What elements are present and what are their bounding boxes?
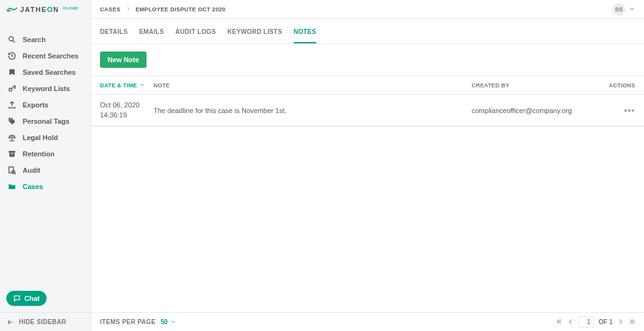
breadcrumb-root[interactable]: CASES — [100, 6, 121, 13]
tabs: DETAILS EMAILS AUDIT LOGS KEYWORD LISTS … — [91, 19, 644, 44]
pager: OF 1 — [556, 317, 635, 328]
bookmark-icon — [8, 68, 16, 77]
brand-logo-mark — [6, 5, 18, 14]
sidebar-item-label: Legal Hold — [23, 134, 58, 141]
svg-rect-6 — [11, 154, 13, 155]
hide-sidebar-label: HIDE SIDEBAR — [19, 318, 66, 325]
breadcrumb: CASES EMPLOYEE DISPUTE OCT 2020 — [100, 6, 226, 13]
table-header: DATE & TIME NOTE CREATED BY ACTIONS — [91, 76, 644, 95]
sidebar-item-label: Saved Searches — [23, 68, 75, 76]
archive-icon — [8, 149, 16, 158]
chat-button[interactable]: Chat — [6, 291, 47, 306]
col-header-date[interactable]: DATE & TIME — [100, 82, 153, 89]
svg-rect-5 — [9, 153, 14, 157]
chat-label: Chat — [25, 295, 40, 302]
svg-point-2 — [9, 88, 12, 91]
sidebar-item-label: Search — [23, 36, 46, 43]
tab-audit-logs[interactable]: AUDIT LOGS — [175, 19, 216, 43]
audit-icon — [8, 166, 16, 175]
folder-icon — [8, 182, 16, 191]
chevron-right-icon — [126, 6, 131, 13]
sidebar-item-exports[interactable]: Exports — [0, 97, 91, 113]
col-header-note: NOTE — [153, 82, 472, 89]
svg-point-0 — [9, 36, 13, 41]
chevron-down-icon — [170, 318, 175, 325]
pager-page-input[interactable] — [579, 317, 594, 328]
sidebar-item-label: Keyword Lists — [23, 85, 70, 92]
sidebar-item-label: Exports — [23, 101, 48, 109]
svg-point-3 — [10, 119, 11, 121]
cell-created-by: complianceofficer@company.org — [472, 107, 597, 114]
scales-icon — [8, 133, 16, 142]
sidebar-item-label: Recent Searches — [23, 52, 79, 60]
sidebar-item-saved-searches[interactable]: Saved Searches — [0, 64, 91, 80]
tab-notes[interactable]: NOTES — [294, 19, 316, 43]
toolbar: New Note — [91, 44, 644, 75]
search-icon — [8, 35, 16, 44]
key-icon — [8, 84, 16, 93]
notes-table: DATE & TIME NOTE CREATED BY ACTIONS Oct … — [91, 75, 644, 127]
sidebar: JATHEON CLOUD Search Recent Searches Sav… — [0, 0, 91, 331]
sidebar-item-label: Retention — [23, 150, 55, 158]
brand-logo-cloud: CLOUD — [63, 6, 78, 10]
sidebar-item-keyword-lists[interactable]: Keyword Lists — [0, 80, 91, 97]
brand-logo-text: JATHEON — [20, 6, 59, 13]
hide-sidebar-button[interactable]: HIDE SIDEBAR — [0, 312, 91, 331]
chat-icon — [13, 295, 21, 302]
items-per-page-label: ITEMS PER PAGE — [100, 318, 155, 325]
tab-emails[interactable]: EMAILS — [139, 19, 164, 43]
breadcrumb-current: EMPLOYEE DISPUTE OCT 2020 — [136, 6, 226, 13]
items-per-page-select[interactable]: 50 — [160, 318, 175, 325]
pager-last-button[interactable] — [629, 318, 635, 326]
upload-icon — [8, 100, 16, 109]
brand-logo: JATHEON CLOUD — [0, 0, 91, 19]
pager-prev-button[interactable] — [567, 318, 574, 326]
sidebar-item-personal-tags[interactable]: Personal Tags — [0, 113, 91, 129]
avatar[interactable]: SS — [613, 3, 625, 16]
row-actions-button[interactable]: ••• — [597, 106, 635, 116]
svg-line-1 — [13, 41, 15, 43]
sidebar-item-cases[interactable]: Cases — [0, 178, 91, 195]
pager-of-label: OF 1 — [599, 318, 613, 325]
sidebar-item-legal-hold[interactable]: Legal Hold — [0, 129, 91, 146]
chevron-down-icon — [140, 82, 145, 89]
table-row: Oct 06, 2020 14:36:19 The deadline for t… — [91, 95, 644, 126]
collapse-icon — [8, 319, 14, 325]
svg-line-9 — [14, 173, 16, 175]
topbar: CASES EMPLOYEE DISPUTE OCT 2020 SS — [91, 0, 644, 19]
sidebar-item-search[interactable]: Search — [0, 31, 91, 48]
sidebar-nav: Search Recent Searches Saved Searches Ke… — [0, 19, 91, 285]
sidebar-item-recent-searches[interactable]: Recent Searches — [0, 48, 91, 64]
pager-next-button[interactable] — [618, 318, 624, 326]
sidebar-item-retention[interactable]: Retention — [0, 146, 91, 162]
svg-rect-4 — [9, 151, 16, 153]
sidebar-item-label: Cases — [23, 183, 43, 190]
tab-keyword-lists[interactable]: KEYWORD LISTS — [227, 19, 282, 43]
history-icon — [8, 52, 16, 60]
pager-first-button[interactable] — [556, 318, 562, 326]
sidebar-item-label: Audit — [23, 166, 40, 174]
cell-note: The deadline for this case is November 1… — [153, 107, 472, 114]
cell-date: Oct 06, 2020 14:36:19 — [100, 100, 153, 120]
chevron-down-icon[interactable] — [629, 5, 635, 14]
footer: ITEMS PER PAGE 50 OF 1 — [91, 312, 644, 331]
svg-rect-7 — [9, 167, 13, 173]
sidebar-item-label: Personal Tags — [23, 117, 69, 125]
sidebar-item-audit[interactable]: Audit — [0, 162, 91, 178]
new-note-button[interactable]: New Note — [100, 52, 147, 68]
tag-icon — [8, 117, 16, 126]
col-header-created-by: CREATED BY — [472, 82, 597, 89]
main: CASES EMPLOYEE DISPUTE OCT 2020 SS DETAI… — [91, 0, 644, 331]
tab-details[interactable]: DETAILS — [100, 19, 128, 43]
col-header-actions: ACTIONS — [597, 82, 635, 89]
